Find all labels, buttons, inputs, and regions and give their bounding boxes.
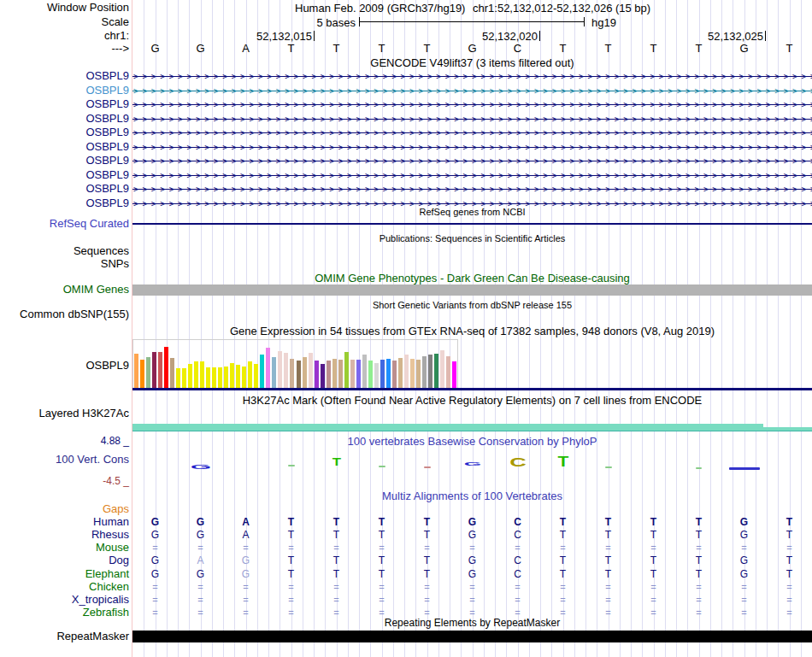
- dbsnp-label[interactable]: Common dbSNP(155): [0, 308, 129, 320]
- multiz-cell: =: [379, 607, 384, 619]
- transcript-row[interactable]: >>>>>>>>>>>>>>>>>>>>>>>>>>>>>>>>>>>>>>>>…: [132, 169, 812, 183]
- multiz-cell: =: [605, 595, 610, 606]
- multiz-cell: T: [560, 517, 566, 528]
- publications-sequences-label[interactable]: Sequences: [0, 245, 129, 257]
- window-position-label: Window Position: [0, 2, 129, 14]
- repeatmasker-label[interactable]: RepeatMasker: [0, 631, 129, 642]
- multiz-cell: =: [741, 607, 746, 619]
- refseq-curated-track[interactable]: [132, 223, 812, 225]
- gtex-tissue-bar: [380, 360, 385, 388]
- h3k27ac-signal-main[interactable]: [132, 424, 763, 431]
- transcript-row[interactable]: >>>>>>>>>>>>>>>>>>>>>>>>>>>>>>>>>>>>>>>>…: [132, 183, 812, 197]
- multiz-cell: G: [740, 555, 748, 566]
- multiz-species-label[interactable]: Dog: [0, 554, 129, 566]
- gtex-expression-chart[interactable]: [132, 339, 458, 389]
- gtex-tissue-bar: [452, 361, 456, 388]
- multiz-cell: =: [515, 595, 520, 606]
- multiz-cell: =: [333, 595, 338, 606]
- multiz-cell: =: [424, 595, 429, 606]
- multiz-cell: =: [786, 595, 791, 606]
- transcript-row[interactable]: >>>>>>>>>>>>>>>>>>>>>>>>>>>>>>>>>>>>>>>>…: [132, 98, 812, 112]
- refseq-curated-label[interactable]: RefSeq Curated: [0, 218, 129, 230]
- transcript-label[interactable]: OSBPL9: [0, 141, 129, 153]
- phylop-max-value: 4.88 _: [0, 435, 129, 447]
- multiz-species-label[interactable]: Rhesus: [0, 529, 129, 541]
- gtex-gene-label[interactable]: OSBPL9: [0, 360, 129, 372]
- transcript-row[interactable]: >>>>>>>>>>>>>>>>>>>>>>>>>>>>>>>>>>>>>>>>…: [132, 141, 812, 155]
- multiz-cell: =: [515, 582, 520, 593]
- multiz-species-label[interactable]: Zebrafish: [0, 607, 129, 619]
- h3k27ac-signal-right[interactable]: [763, 427, 812, 431]
- repeatmasker-track-bar[interactable]: [132, 631, 812, 642]
- gtex-tissue-bar: [278, 351, 282, 388]
- gtex-tissue-bar: [350, 360, 355, 388]
- multiz-cell: =: [560, 582, 565, 593]
- multiz-cell: G: [740, 517, 748, 528]
- multiz-cell: T: [424, 555, 430, 566]
- gtex-tissue-bar: [284, 353, 288, 388]
- scale-ruler-tick-left: [359, 17, 360, 26]
- gtex-tissue-bar: [392, 361, 397, 388]
- gtex-tissue-bar: [176, 368, 180, 388]
- transcript-label[interactable]: OSBPL9: [0, 169, 129, 181]
- transcript-label[interactable]: OSBPL9: [0, 70, 129, 82]
- omim-genes-track[interactable]: [132, 285, 812, 296]
- transcript-label[interactable]: OSBPL9: [0, 183, 129, 195]
- coordinate-tick: [314, 31, 315, 41]
- gtex-tissue-bar: [327, 361, 331, 388]
- multiz-species-label[interactable]: Chicken: [0, 581, 129, 593]
- multiz-cell: T: [696, 517, 702, 528]
- conservation-letter: G: [190, 464, 211, 471]
- multiz-species-label[interactable]: Gaps: [0, 503, 129, 515]
- publications-snps-label[interactable]: SNPs: [0, 258, 129, 270]
- phylop-track-title: 100 vertebrates Basewise Conservation by…: [132, 436, 812, 447]
- transcript-label[interactable]: OSBPL9: [0, 113, 129, 125]
- h3k27ac-label[interactable]: Layered H3K27Ac: [0, 408, 129, 419]
- transcript-strand-arrows: >>>>>>>>>>>>>>>>>>>>>>>>>>>>>>>>>>>>>>>>…: [133, 98, 812, 111]
- multiz-species-label[interactable]: Human: [0, 516, 129, 528]
- gtex-tissue-bar: [290, 359, 294, 388]
- multiz-cell: G: [151, 555, 159, 566]
- multiz-species-label[interactable]: Mouse: [0, 542, 129, 554]
- transcript-label[interactable]: OSBPL9: [0, 197, 129, 209]
- transcript-label[interactable]: OSBPL9: [0, 98, 129, 110]
- transcript-label[interactable]: OSBPL9: [0, 85, 129, 97]
- transcript-label[interactable]: OSBPL9: [0, 155, 129, 167]
- h3k27ac-track-title: H3K27Ac Mark (Often Found Near Active Re…: [132, 395, 812, 406]
- multiz-cell: G: [151, 569, 159, 580]
- gtex-tissue-bar: [146, 357, 150, 388]
- multiz-cell: T: [333, 530, 339, 541]
- transcript-row[interactable]: >>>>>>>>>>>>>>>>>>>>>>>>>>>>>>>>>>>>>>>>…: [132, 70, 812, 84]
- multiz-cell: =: [152, 607, 157, 619]
- conservation-dash: [288, 465, 295, 466]
- multiz-cell: =: [650, 543, 656, 554]
- transcript-row[interactable]: >>>>>>>>>>>>>>>>>>>>>>>>>>>>>>>>>>>>>>>>…: [132, 85, 812, 98]
- transcript-row[interactable]: >>>>>>>>>>>>>>>>>>>>>>>>>>>>>>>>>>>>>>>>…: [132, 113, 812, 126]
- multiz-cell: =: [696, 543, 701, 554]
- multiz-cell: G: [197, 569, 204, 580]
- multiz-cell: T: [288, 569, 294, 580]
- gtex-tissue-bar: [170, 358, 174, 388]
- transcript-row[interactable]: >>>>>>>>>>>>>>>>>>>>>>>>>>>>>>>>>>>>>>>>…: [132, 155, 812, 168]
- omim-genes-label[interactable]: OMIM Genes: [0, 284, 129, 296]
- multiz-species-label[interactable]: X_tropicalis: [0, 594, 129, 606]
- multiz-cell: =: [560, 595, 565, 606]
- multiz-cell: =: [696, 582, 701, 593]
- multiz-cell: =: [152, 543, 157, 554]
- transcript-label[interactable]: OSBPL9: [0, 126, 129, 138]
- gtex-tissue-bar: [272, 357, 276, 388]
- multiz-cell: =: [243, 543, 248, 554]
- multiz-cell: G: [197, 517, 204, 528]
- transcript-row[interactable]: >>>>>>>>>>>>>>>>>>>>>>>>>>>>>>>>>>>>>>>>…: [132, 126, 812, 140]
- phylop-track-label[interactable]: 100 Vert. Cons: [0, 454, 129, 466]
- multiz-cell: =: [379, 595, 384, 606]
- base-letter: T: [379, 43, 385, 54]
- multiz-cell: G: [740, 569, 748, 580]
- multiz-cell: T: [333, 555, 339, 566]
- multiz-cell: G: [242, 569, 250, 580]
- gtex-tissue-bar: [410, 359, 415, 388]
- multiz-cell: T: [288, 555, 294, 566]
- multiz-cell: T: [696, 555, 702, 566]
- multiz-species-label[interactable]: Elephant: [0, 568, 129, 580]
- multiz-cell: =: [605, 543, 610, 554]
